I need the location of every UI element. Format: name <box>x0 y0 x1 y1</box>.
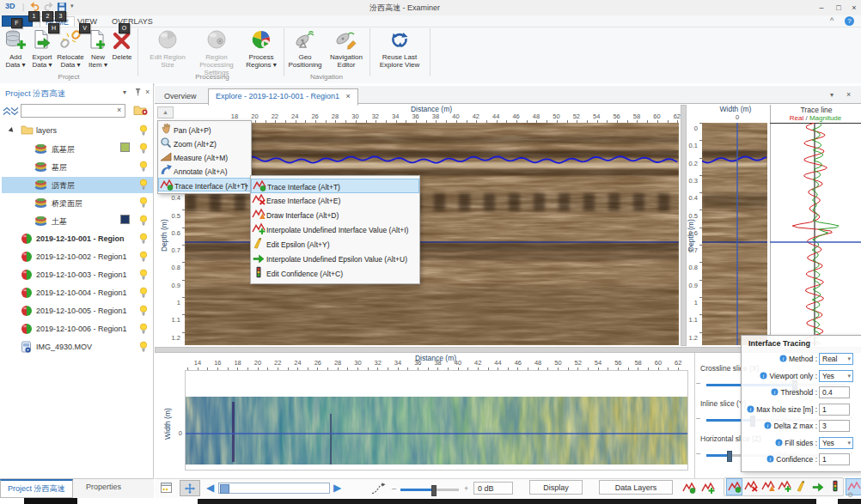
display-button[interactable]: Display <box>529 480 583 495</box>
tab-close-icon[interactable]: × <box>346 92 351 100</box>
tab-explore[interactable]: Explore - 2019-12-10-001 - Region1 × <box>208 88 358 106</box>
tree-item[interactable]: 2019-12-10-001 - Region <box>2 231 153 247</box>
tree-item[interactable]: 沥青层 <box>2 177 153 193</box>
gain-slider[interactable] <box>400 489 459 491</box>
toolbar-collapse-button[interactable]: ▲ <box>157 106 174 118</box>
tree-item[interactable]: 桥梁面层 <box>2 195 153 211</box>
slider-minus[interactable]: – <box>696 414 700 422</box>
tree-item[interactable]: 2019-12-10-006 - Region1 <box>2 321 153 337</box>
bulb-icon[interactable] <box>139 197 148 210</box>
slider-minus[interactable]: – <box>696 449 700 458</box>
region-processing-settings-button[interactable]: Region Processing Settings <box>190 28 243 73</box>
help-icon[interactable]: ? <box>845 16 854 26</box>
submenu-item[interactable]: Draw Interface (Alt+D) <box>251 208 419 222</box>
tree-item[interactable]: 土基 <box>2 213 153 229</box>
bulb-icon[interactable] <box>139 341 148 355</box>
edit-confidence-button[interactable] <box>827 478 843 495</box>
draw-interface-button[interactable] <box>760 478 776 495</box>
process-regions-button[interactable]: Process Regions ▾ <box>243 28 279 73</box>
bulb-icon[interactable] <box>139 269 148 282</box>
bulb-icon[interactable] <box>139 251 148 264</box>
trace-interface-button[interactable] <box>726 478 742 495</box>
bulb-icon[interactable] <box>139 305 148 319</box>
tree-item[interactable]: 2019-12-10-005 - Region1 <box>2 303 153 319</box>
tree-item[interactable]: 2019-12-10-004 - Region1 <box>2 285 153 301</box>
status-tab-properties[interactable]: Properties <box>79 479 128 495</box>
scroll-left-icon[interactable]: ◀ <box>206 482 214 494</box>
scroll-right-icon[interactable]: ▶ <box>333 482 341 494</box>
submenu-item[interactable]: Erase Interface (Alt+E) <box>251 193 419 208</box>
submenu-item[interactable]: Edit Confidence (Alt+C) <box>251 266 419 281</box>
gain-curve-icon[interactable] <box>371 483 386 496</box>
traced-interface-line[interactable] <box>185 156 677 163</box>
close-button[interactable]: × <box>847 2 861 14</box>
bulb-icon[interactable] <box>139 143 148 156</box>
color-swatch[interactable] <box>120 215 130 224</box>
popup-select[interactable]: Real▾ <box>819 353 853 365</box>
popup-input[interactable]: 3 <box>819 420 850 432</box>
popup-select[interactable]: Yes▾ <box>819 437 853 449</box>
gain-minus[interactable]: – <box>392 484 396 493</box>
tree-item[interactable]: 底基层 <box>2 141 153 157</box>
grid-view-icon[interactable] <box>161 483 172 495</box>
tree-item[interactable]: 基层 <box>2 159 153 175</box>
pan-mode-button[interactable] <box>180 480 200 496</box>
color-swatch[interactable] <box>120 143 130 152</box>
doc-dropdown-icon[interactable]: ▾ <box>830 91 834 99</box>
draw-interface-toolbar-icon[interactable] <box>701 482 715 495</box>
tree-item[interactable]: IMG_4930.MOV <box>2 339 153 355</box>
popup-input[interactable]: 0.4 <box>819 386 850 398</box>
position-scrollbar[interactable] <box>218 483 330 494</box>
plan-heatmap-view[interactable] <box>186 397 687 465</box>
scrollbar-thumb[interactable] <box>220 484 229 494</box>
maximize-button[interactable]: □ <box>832 2 846 14</box>
status-tab-project[interactable]: Project 汾西高速 <box>0 479 73 498</box>
menu-item[interactable]: Measure (Alt+M) <box>158 150 251 164</box>
dropdown-arrow-icon[interactable]: ▾ <box>847 371 851 381</box>
reuse-last-explore-view-button[interactable]: Reuse Last Explore View <box>373 28 426 73</box>
menu-item[interactable]: Annotate (Alt+A) <box>158 164 251 178</box>
tab-overview[interactable]: Overview <box>157 89 204 104</box>
bulb-icon[interactable] <box>139 179 148 192</box>
tree-item[interactable]: 2019-12-10-003 - Region1 <box>2 267 153 283</box>
navigation-editor-button[interactable]: Navigation Editor <box>326 28 367 73</box>
bulb-icon[interactable] <box>139 124 148 138</box>
submenu-item[interactable]: Trace Interface (Alt+T) <box>251 179 419 193</box>
trace-line-plot[interactable] <box>770 123 861 346</box>
bulb-icon[interactable] <box>139 233 148 246</box>
bulb-icon[interactable] <box>139 215 148 228</box>
edit-epsilon-button[interactable] <box>793 478 809 495</box>
traced-interface-line[interactable] <box>702 156 766 162</box>
doc-close-icon[interactable]: × <box>846 90 851 99</box>
popup-input[interactable]: 1 <box>819 453 850 465</box>
menu-item[interactable]: Zoom (Alt+Z) <box>158 137 251 150</box>
width-slice-view[interactable] <box>702 123 767 345</box>
collapse-ribbon-icon[interactable]: ^ <box>830 16 834 25</box>
trace-interface-toolbar-icon[interactable] <box>682 482 696 495</box>
expander-icon[interactable] <box>9 127 15 136</box>
submenu-item[interactable]: Interpolate Undefined Epsilon Value (Alt… <box>251 252 419 266</box>
bulb-icon[interactable] <box>139 161 148 174</box>
minimize-button[interactable]: – <box>815 2 828 14</box>
dropdown-arrow-icon[interactable]: ▾ <box>847 354 851 364</box>
tree-item[interactable]: 2019-12-10-002 - Region1 <box>2 249 153 265</box>
gain-value-box[interactable]: 0 dB <box>473 482 513 495</box>
gain-plus[interactable]: + <box>464 484 468 493</box>
slider-thumb[interactable] <box>727 451 732 462</box>
slider-minus[interactable]: – <box>696 379 700 387</box>
interpolate-epsilon-button[interactable] <box>810 478 827 495</box>
vertical-splitter[interactable] <box>681 105 687 346</box>
submenu-item[interactable]: Edit Epsilon (Alt+Y) <box>251 237 419 252</box>
dropdown-arrow-icon[interactable]: ▾ <box>847 438 851 448</box>
gain-slider-thumb[interactable] <box>431 485 437 496</box>
settings-gear-icon[interactable]: ⚙ <box>847 491 853 499</box>
interpolate-interface-button[interactable] <box>777 478 793 495</box>
menu-item[interactable]: Trace Interface (Alt+T)▸ <box>158 178 251 191</box>
menu-item[interactable]: Pan (Alt+P) <box>158 123 251 137</box>
popup-select[interactable]: Yes▾ <box>819 370 853 382</box>
erase-interface-button[interactable] <box>743 478 760 495</box>
bulb-icon[interactable] <box>139 323 148 337</box>
data-layers-button[interactable]: Data Layers <box>599 480 673 495</box>
submenu-item[interactable]: Interpolate Undefined Interface Value (A… <box>251 222 419 237</box>
bulb-icon[interactable] <box>139 287 148 301</box>
